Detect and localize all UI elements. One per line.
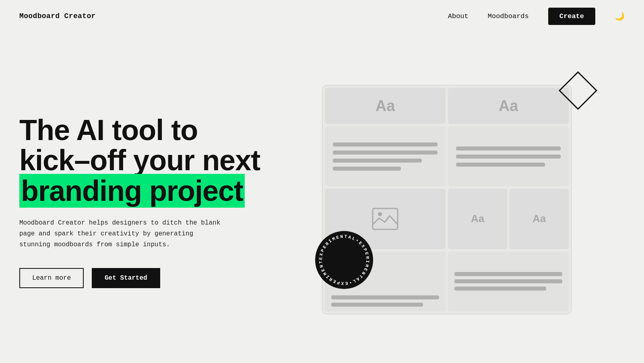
br-1 <box>454 272 562 276</box>
small-font-tile-2: Aa <box>510 189 569 249</box>
text-lines-tile <box>448 126 569 186</box>
text-line-4 <box>333 167 401 171</box>
hero-heading-highlight: branding project <box>19 174 245 208</box>
dark-mode-toggle[interactable]: 🌙 <box>615 11 625 21</box>
svg-rect-0 <box>373 208 398 229</box>
small-fonts-container: Aa Aa <box>448 189 569 249</box>
tl-3 <box>456 163 545 167</box>
svg-point-1 <box>378 212 382 216</box>
nav-link-moodboards[interactable]: Moodboards <box>488 12 529 20</box>
text-block-tile <box>325 126 446 186</box>
experimental-badge: EXPERIMENTAL•EXPERIMENTAL•EXPERIMENTAL• <box>314 230 374 290</box>
nav-create-button[interactable]: Create <box>548 8 595 25</box>
hero-left: The AI tool to kick–off your next brandi… <box>19 107 277 288</box>
site-logo: Moodboard Creator <box>19 12 96 20</box>
hero-right: Aa Aa <box>277 32 625 363</box>
hero-heading-line2: kick–off your next <box>19 144 260 176</box>
nav-right: About Moodboards Create 🌙 <box>448 8 625 25</box>
bl-2 <box>331 303 423 307</box>
small-font-tile-1: Aa <box>448 189 507 249</box>
bottom-right-tile <box>448 252 569 311</box>
text-line-2 <box>333 151 438 155</box>
font-tile-2: Aa <box>448 88 569 124</box>
navbar: Moodboard Creator About Moodboards Creat… <box>0 0 644 32</box>
font-tile-1: Aa <box>325 88 446 124</box>
get-started-button[interactable]: Get Started <box>92 268 160 288</box>
nav-link-about[interactable]: About <box>448 12 469 20</box>
svg-point-3 <box>332 248 356 272</box>
bl-1 <box>331 295 439 299</box>
hero-description: Moodboard Creator helps designers to dit… <box>19 218 221 251</box>
tl-1 <box>456 146 561 151</box>
hero-heading: The AI tool to kick–off your next brandi… <box>19 115 277 206</box>
br-2 <box>454 279 562 283</box>
image-icon <box>371 207 399 231</box>
moodboard-container: Aa Aa <box>322 81 580 314</box>
text-line-3 <box>333 159 422 163</box>
br-3 <box>454 287 546 291</box>
tl-2 <box>456 155 561 159</box>
learn-more-button[interactable]: Learn more <box>19 268 84 288</box>
hero-heading-line1: The AI tool to <box>19 114 198 146</box>
hero-buttons: Learn more Get Started <box>19 268 277 288</box>
main-content: The AI tool to kick–off your next brandi… <box>0 32 644 363</box>
text-line-1 <box>333 142 438 146</box>
